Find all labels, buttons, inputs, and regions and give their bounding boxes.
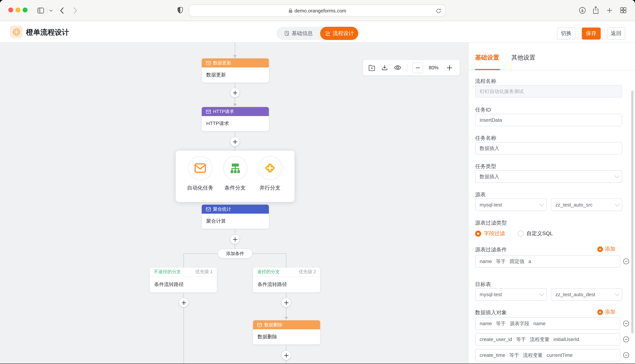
add-node-button[interactable] [230,235,239,244]
insert-object-value[interactable]: name 等于 源表字段 name [475,317,620,330]
add-node-button[interactable] [282,298,291,307]
privacy-shield-icon[interactable] [177,6,184,15]
tab-other-settings[interactable]: 其他设置 [511,54,535,62]
popup-item-label: 并行分支 [259,185,281,192]
flow-connector [235,97,235,104]
add-node-button[interactable] [230,137,239,146]
export-download-button[interactable] [380,64,389,72]
chevron-down-icon[interactable] [49,9,53,12]
flow-arrow-icon [233,104,237,106]
switch-button[interactable]: 切换 [557,28,575,40]
popup-item-condition-branch[interactable]: 条件分支 [219,156,251,202]
add-link-label: 添加 [605,246,615,252]
minus-circle-icon [623,352,629,358]
tab-overview-button[interactable] [619,6,627,14]
remove-object-button[interactable] [623,352,629,358]
node-data-delete[interactable]: 数据删除 数据删除 [253,320,320,344]
node-header-label: 聚合统计 [213,206,231,212]
plus-icon [284,300,289,305]
tab-basic-info[interactable]: 基础信息 [276,27,320,40]
source-datasource-select[interactable]: mysql-test [475,198,547,211]
remove-object-button[interactable] [623,320,629,327]
forward-button[interactable] [73,6,78,15]
sidebar-toggle-icon[interactable] [37,6,45,15]
node-header-label: HTTP请求 [213,108,234,115]
add-condition-button[interactable]: 添加条件 [218,249,252,258]
filter-condition-value[interactable]: name 等于 固定值 a [475,255,620,268]
plus-circle-icon [597,246,603,252]
process-name-input[interactable] [475,85,622,98]
node-http-request[interactable]: HTTP请求 HTTP请求 [202,107,269,131]
back-to-list-button[interactable]: 返回 [607,28,625,40]
branch-card-pass[interactable]: 途径的分支 优先级 2 条件流转路径 [253,268,320,292]
downloads-button[interactable] [578,6,586,14]
add-node-button[interactable] [179,298,188,307]
zoom-out-button[interactable] [412,62,423,73]
chevron-down-icon [615,202,619,206]
flow-connector [286,344,287,351]
share-button[interactable] [592,6,599,15]
back-button[interactable] [60,6,65,15]
add-node-button[interactable] [282,351,291,360]
save-button[interactable]: 保存 [582,28,601,40]
new-tab-button[interactable] [606,7,613,14]
add-filter-condition-button[interactable]: 添加 [597,246,615,252]
toolbar-divider [47,8,47,14]
branch-title: 途径的分支 [257,269,280,275]
app-logo [10,26,23,38]
flow-connector [235,131,235,137]
minus-circle-icon [623,336,629,342]
task-id-input[interactable] [475,114,622,126]
task-name-input[interactable] [475,142,622,154]
remove-object-button[interactable] [623,336,629,342]
mail-icon [206,207,211,211]
target-datasource-value: mysql-test [480,292,502,297]
target-table-select[interactable]: zz_test_auto_dest [551,288,622,301]
target-table-label: 目标表 [475,281,491,288]
close-window-button[interactable] [8,8,13,12]
mail-icon [194,163,206,173]
insert-object-value[interactable]: create_user_id 等于 流程变量 initialUserId [475,333,620,346]
task-type-select[interactable]: 数据插入 [475,170,622,183]
filter-conditions-label: 源表过滤条件 [475,246,507,253]
task-type-value: 数据插入 [480,173,499,180]
branch-title: 不途径的分支 [154,269,181,275]
radio-field-filter[interactable]: 字段过滤 [475,230,505,237]
mail-icon [257,323,262,327]
minimize-window-button[interactable] [16,8,20,12]
zoom-in-button[interactable] [445,63,454,72]
target-table-value: zz_test_auto_dest [555,292,595,297]
flow-canvas[interactable]: 数据更新 数据更新 HTTP请求 HTTP请求 [0,42,468,364]
preview-eye-button[interactable] [393,64,402,72]
tab-flow-design[interactable]: 流程设计 [320,27,358,40]
popup-item-parallel-branch[interactable]: 并行分支 [254,156,286,202]
parallel-branch-circle[interactable] [258,156,282,180]
automation-task-circle[interactable] [188,156,212,180]
node-aggregate[interactable]: 聚合统计 聚合计算 [202,204,269,229]
flow-connector [183,292,184,298]
panel-scrollbar[interactable] [631,90,633,334]
radio-custom-sql[interactable]: 自定义SQL [518,230,553,237]
reload-button[interactable] [435,8,442,14]
add-node-button[interactable] [230,88,239,97]
branch-card-no-pass[interactable]: 不途径的分支 优先级 1 条件流转路径 [150,268,217,292]
branch-priority: 优先级 1 [195,269,213,275]
node-body-label: 数据更新 [202,68,269,82]
tab-flow-design-label: 流程设计 [333,30,354,37]
tab-basic-settings[interactable]: 基础设置 [475,54,499,62]
add-insert-object-button[interactable]: 添加 [597,308,615,316]
popup-item-label: 自动化任务 [187,185,213,192]
target-datasource-select[interactable]: mysql-test [475,288,547,301]
node-data-update[interactable]: 数据更新 数据更新 [202,58,269,82]
condition-branch-circle[interactable] [223,156,247,180]
address-bar[interactable]: demo.orangeforms.com [189,4,446,16]
new-file-button[interactable] [368,64,376,72]
remove-condition-button[interactable] [623,258,629,264]
source-table-select[interactable]: zz_test_auto_src [551,198,622,211]
document-icon [284,30,289,36]
popup-item-automation-task[interactable]: 自动化任务 [184,156,216,202]
insert-object-value[interactable]: create_time 等于 流程变量 currentTime [475,349,620,361]
plus-icon [233,139,237,144]
fullscreen-window-button[interactable] [23,8,28,12]
node-body-label: 数据删除 [253,329,320,344]
